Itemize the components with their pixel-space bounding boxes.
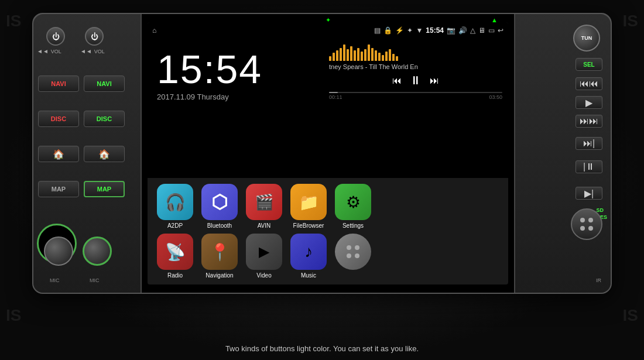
video-label: Video bbox=[256, 272, 271, 279]
navigation-icon: 📍 bbox=[201, 234, 238, 270]
app-radio[interactable]: 📡 Radio bbox=[157, 234, 193, 279]
screen-area: ✦ ▲ ⌂ ▤ 🔒 ⚡ ✦ ▼ 15:54 📷 🔊 △ 🖥 bbox=[142, 14, 514, 293]
power-button-2[interactable]: ⏻ bbox=[85, 27, 104, 46]
settings-label: Settings bbox=[342, 222, 364, 229]
music-label: Music bbox=[301, 272, 316, 279]
disc-button-1[interactable]: DISC bbox=[38, 111, 79, 127]
android-screen: ⌂ ▤ 🔒 ⚡ ✦ ▼ 15:54 📷 🔊 △ 🖥 ▭ ↩ bbox=[148, 22, 508, 284]
navi-button-2[interactable]: NAVI bbox=[84, 76, 125, 92]
media-prev-button[interactable]: ⏮⏮ bbox=[576, 77, 602, 90]
media-skip-button[interactable]: |⏸ bbox=[576, 160, 602, 173]
eq-bar bbox=[385, 52, 388, 61]
filebrowser-label: FileBrowser bbox=[293, 222, 324, 229]
clock-date: 2017.11.09 Thursday bbox=[157, 92, 314, 101]
media-play-button[interactable]: ▶ bbox=[576, 96, 602, 109]
cam-icon: 📷 bbox=[447, 26, 455, 35]
back-icon: ↩ bbox=[498, 26, 503, 35]
bt-icon: ✦ bbox=[407, 26, 413, 35]
rect-icon: ▭ bbox=[488, 26, 495, 35]
prev-button[interactable]: ⏮ bbox=[392, 76, 402, 86]
app-more[interactable] bbox=[335, 234, 371, 279]
bluetooth-label: Bluetooth bbox=[207, 222, 232, 229]
dots-button[interactable] bbox=[571, 208, 602, 240]
total-time: 03:50 bbox=[489, 94, 502, 100]
app-grid: 🎧 A2DP ⬡ Bluetooth 🎬 AVIN 📁 FileBrowser bbox=[148, 178, 508, 284]
eq-bar bbox=[364, 49, 366, 61]
home-button-1[interactable]: 🏠 bbox=[38, 146, 79, 162]
screen-icon: 🖥 bbox=[478, 26, 485, 35]
app-bluetooth[interactable]: ⬡ Bluetooth bbox=[201, 184, 238, 229]
app-navigation[interactable]: 📍 Navigation bbox=[201, 234, 238, 279]
equalizer bbox=[329, 43, 502, 61]
video-icon: ▶ bbox=[246, 234, 282, 270]
app-avin[interactable]: 🎬 AVIN bbox=[246, 184, 282, 229]
status-right: ▤ 🔒 ⚡ ✦ ▼ 15:54 📷 🔊 △ 🖥 ▭ ↩ bbox=[374, 26, 503, 35]
eq-bar bbox=[357, 48, 359, 61]
tun-knob[interactable]: TUN bbox=[573, 25, 600, 52]
eq-bar bbox=[382, 55, 384, 61]
map-button-1[interactable]: MAP bbox=[38, 181, 79, 197]
eq-bar bbox=[371, 48, 374, 61]
radio-label: Radio bbox=[167, 272, 183, 279]
a2dp-icon: 🎧 bbox=[157, 184, 193, 220]
progress-bar bbox=[329, 92, 502, 93]
signal-icon: ▼ bbox=[416, 26, 423, 35]
disc-button-2[interactable]: DISC bbox=[84, 111, 125, 127]
vol-icon: 🔊 bbox=[458, 26, 467, 35]
eq-bar bbox=[329, 56, 331, 61]
right-panel: TUN SEL ⏮⏮ ▶ ⏭⏭ ⏭| |⏸ ▶| SD RES IR bbox=[514, 14, 611, 293]
eq-bar bbox=[340, 48, 342, 61]
app-filebrowser[interactable]: 📁 FileBrowser bbox=[290, 184, 327, 229]
app-video[interactable]: ▶ Video bbox=[246, 234, 282, 279]
avin-label: AVIN bbox=[258, 222, 271, 229]
app-icon-status: ▤ bbox=[374, 26, 381, 35]
navi-button-1[interactable]: NAVI bbox=[38, 76, 79, 92]
navigation-label: Navigation bbox=[205, 272, 233, 279]
eq-bar bbox=[378, 53, 381, 61]
more-icon bbox=[335, 234, 371, 270]
vol-knob-1[interactable] bbox=[44, 236, 73, 266]
map-button-2[interactable]: MAP bbox=[84, 181, 125, 197]
play-button[interactable]: ⏸ bbox=[410, 74, 422, 87]
sd-label: SD bbox=[596, 207, 607, 213]
vol2-label: ◄◄VOL bbox=[80, 48, 105, 54]
clock-display: 15:54 bbox=[157, 49, 314, 89]
lock-icon: 🔒 bbox=[383, 26, 392, 35]
eq-bar bbox=[350, 46, 352, 61]
eq-bar bbox=[354, 50, 356, 61]
filebrowser-icon: 📁 bbox=[290, 184, 327, 220]
home-status-icon: ⌂ bbox=[152, 26, 156, 35]
music-controls: ⏮ ⏸ ⏭ bbox=[329, 74, 502, 87]
radio-icon: 📡 bbox=[157, 234, 193, 270]
progress-times: 00:11 03:50 bbox=[329, 94, 502, 100]
media-next-button[interactable]: ⏭⏭ bbox=[576, 115, 602, 128]
eq-bar bbox=[333, 53, 335, 61]
status-left-icons: ⌂ bbox=[152, 26, 156, 35]
mic-label-1: MIC bbox=[50, 277, 60, 283]
vol-knob-2[interactable] bbox=[83, 236, 112, 266]
bottom-caption: Two kinds of buttons light color. You ca… bbox=[0, 344, 644, 353]
a2dp-label: A2DP bbox=[167, 222, 183, 229]
app-music[interactable]: ♪ Music bbox=[290, 234, 327, 279]
home-button-2[interactable]: 🏠 bbox=[84, 146, 125, 162]
car-unit: ⏻ ⏻ ◄◄VOL ◄◄VOL NAVI NAVI DISC DISC 🏠 🏠 … bbox=[32, 13, 612, 294]
eq-bar bbox=[343, 44, 345, 61]
song-title: tney Spears - Till The World En bbox=[329, 63, 502, 70]
eq-bar bbox=[347, 49, 349, 61]
eq-bar bbox=[392, 54, 395, 61]
status-bar: ⌂ ▤ 🔒 ⚡ ✦ ▼ 15:54 📷 🔊 △ 🖥 ▭ ↩ bbox=[148, 22, 508, 39]
app-row-2: 📡 Radio 📍 Navigation ▶ Video ♪ Music bbox=[157, 234, 499, 279]
bluetooth-icon: ⬡ bbox=[201, 184, 238, 220]
sel-button[interactable]: SEL bbox=[576, 58, 602, 71]
media-last-button[interactable]: ▶| bbox=[576, 187, 602, 200]
avin-icon: 🎬 bbox=[246, 184, 282, 220]
power-button-1[interactable]: ⏻ bbox=[46, 27, 65, 46]
next-button[interactable]: ⏭ bbox=[430, 76, 439, 86]
eq-bar bbox=[336, 50, 338, 61]
media-ff-button[interactable]: ⏭| bbox=[576, 137, 602, 150]
app-settings[interactable]: ⚙ Settings bbox=[335, 184, 371, 229]
eq-bar bbox=[375, 50, 377, 61]
eject-icon: △ bbox=[470, 26, 475, 35]
app-a2dp[interactable]: 🎧 A2DP bbox=[157, 184, 193, 229]
eq-bar bbox=[396, 56, 398, 61]
